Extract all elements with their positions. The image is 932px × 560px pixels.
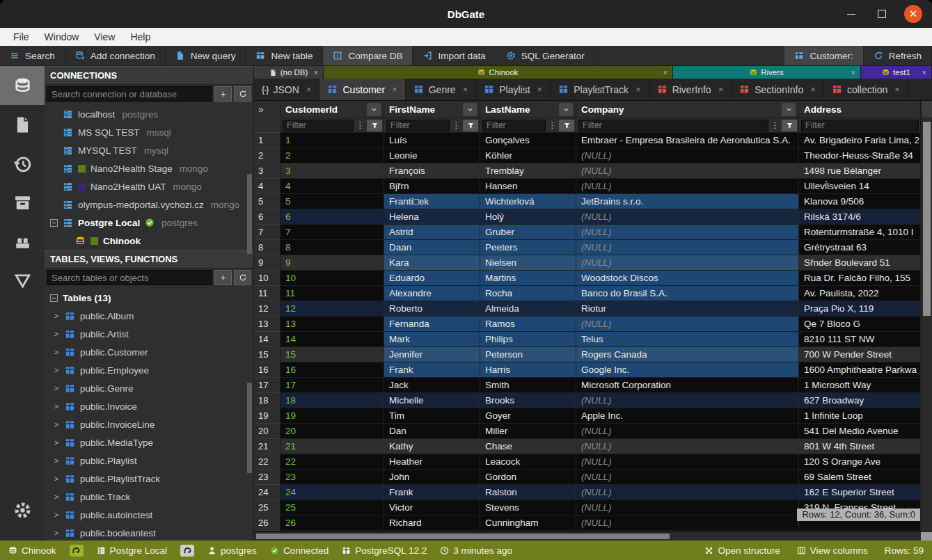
grid-corner[interactable]: » (254, 101, 281, 118)
grid-cell[interactable]: 120 S Orange Ave (799, 454, 921, 470)
grid-cell[interactable]: 15 (281, 347, 384, 362)
table-item[interactable]: > public.autoinctest (45, 506, 253, 524)
grid-cell[interactable]: Helena (384, 209, 480, 225)
toolbar-button-import-data[interactable]: Import data (413, 46, 496, 65)
table-item[interactable]: > public.Genre (45, 379, 253, 397)
grid-cell[interactable]: Wichterlová (480, 194, 576, 209)
grid-cell[interactable]: 22 (281, 454, 384, 470)
row-number-cell[interactable]: 10 (254, 271, 281, 286)
status-item-open-structure[interactable]: Open structure (704, 545, 780, 556)
toolbar-button-refresh[interactable]: Refresh (864, 46, 932, 65)
row-number-cell[interactable]: 4 (254, 179, 281, 194)
grid-cell[interactable]: 23 (281, 470, 384, 485)
table-item[interactable]: > public.Employee (45, 361, 253, 379)
grid-cell[interactable]: 26 (281, 515, 384, 531)
grid-cell[interactable]: Roberto (384, 301, 480, 317)
grid-cell[interactable]: Franti□ek (384, 194, 480, 209)
grid-cell[interactable]: (NULL) (576, 148, 799, 163)
toolbar-button-search[interactable]: Search (0, 46, 65, 65)
connection-item[interactable]: Postgre Localpostgres (45, 214, 253, 232)
db-tab-test1[interactable]: test1 × (861, 66, 932, 79)
filter-input-customerid[interactable] (283, 120, 354, 131)
grid-cell[interactable]: Woodstock Discos (576, 271, 799, 286)
grid-cell[interactable]: Astrid (384, 225, 480, 240)
tables-search-input[interactable] (47, 270, 212, 285)
iconbar-nabla-icon[interactable] (0, 261, 45, 300)
grid-cell[interactable]: Kara (384, 255, 480, 271)
kebab-menu-icon[interactable]: ⋮ (355, 120, 365, 130)
grid-cell[interactable]: Av. Paulista, 2022 (799, 286, 921, 301)
grid-cell[interactable]: Harris (480, 362, 576, 378)
grid-cell[interactable]: 9 (281, 255, 384, 271)
grid-cell[interactable]: Sřnder Boulevard 51 (799, 255, 921, 271)
vertical-scrollbar-thumb[interactable] (923, 122, 931, 316)
status-item-view-columns[interactable]: View columns (797, 545, 868, 556)
grid-cell[interactable]: (NULL) (576, 500, 799, 515)
row-number-cell[interactable]: 11 (254, 286, 281, 301)
row-number-cell[interactable]: 20 (254, 424, 281, 439)
tab-sectioninfo[interactable]: SectionInfo× (732, 79, 824, 100)
grid-cell[interactable]: 12 (281, 301, 384, 317)
db-tab-Rivers[interactable]: Rivers × (673, 66, 861, 79)
grid-cell[interactable]: Bjřrn (384, 179, 480, 194)
grid-cell[interactable]: Frank (384, 485, 480, 500)
row-number-cell[interactable]: 23 (254, 470, 281, 485)
toolbar-button-customer-[interactable]: Customer: (784, 46, 863, 65)
collapse-icon[interactable] (50, 219, 58, 227)
collapse-icon[interactable] (50, 294, 58, 302)
grid-cell[interactable]: Tim (384, 408, 480, 424)
grid-cell[interactable]: (NULL) (576, 179, 799, 194)
close-tab-icon[interactable]: × (306, 84, 312, 95)
vertical-scrollbar[interactable] (921, 101, 932, 531)
grid-cell[interactable]: Richard (384, 515, 480, 531)
filter-funnel-button[interactable] (463, 120, 478, 131)
toolbar-button-sql-generator[interactable]: SQL Generator (496, 46, 595, 65)
menu-help[interactable]: Help (123, 28, 158, 46)
tab-playlisttrack[interactable]: PlaylistTrack× (551, 79, 649, 100)
grid-cell[interactable]: Klanova 9/506 (799, 194, 921, 209)
grid-cell[interactable]: Martins (480, 271, 576, 286)
kebab-menu-icon[interactable]: ⋮ (451, 120, 461, 130)
grid-cell[interactable]: 3 (281, 163, 384, 179)
grid-cell[interactable]: Rocha (480, 286, 576, 301)
toolbar-button-add-connection[interactable]: Add connection (65, 46, 166, 65)
column-menu-button[interactable] (559, 103, 573, 116)
grid-cell[interactable]: Peterson (480, 347, 576, 362)
filter-funnel-button[interactable] (559, 120, 574, 131)
row-number-cell[interactable]: 18 (254, 393, 281, 408)
grid-cell[interactable]: Rua Dr. Falcăo Filho, 155 (799, 271, 921, 286)
grid-cell[interactable]: Jennifer (384, 347, 480, 362)
grid-cell[interactable]: Banco do Brasil S.A. (576, 286, 799, 301)
table-item[interactable]: > public.Playlist (45, 451, 253, 470)
grid-cell[interactable]: Rotenturmstraße 4, 1010 I (799, 225, 921, 240)
row-number-cell[interactable]: 5 (254, 194, 281, 209)
add-connection-small-button[interactable]: + (214, 86, 232, 102)
connection-item[interactable]: MS SQL TESTmssql (45, 123, 253, 141)
tables-scrollbar-thumb[interactable] (247, 383, 252, 473)
filter-input-address[interactable] (801, 120, 919, 131)
grid-cell[interactable]: (NULL) (576, 225, 799, 240)
grid-cell[interactable]: Ralston (480, 485, 576, 500)
row-number-cell[interactable]: 24 (254, 485, 281, 500)
table-item[interactable]: > public.Invoice (45, 397, 253, 415)
grid-cell[interactable]: (NULL) (576, 515, 799, 531)
table-item[interactable]: > public.booleantest (45, 524, 253, 541)
grid-cell[interactable]: Ramos (480, 317, 576, 332)
toolbar-button-new-table[interactable]: New table (246, 46, 323, 65)
grid-cell[interactable]: Heather (384, 454, 480, 470)
grid-cell[interactable]: 13 (281, 317, 384, 332)
grid-cell[interactable]: Miller (480, 424, 576, 439)
grid-cell[interactable]: Almeida (480, 301, 576, 317)
grid-cell[interactable]: Leonie (384, 148, 480, 163)
status-item-rows-59[interactable]: Rows: 59 (885, 545, 924, 556)
row-number-cell[interactable]: 9 (254, 255, 281, 271)
grid-cell[interactable]: Nielsen (480, 255, 576, 271)
filter-input-lastname[interactable] (482, 120, 546, 131)
grid-cell[interactable]: Dan (384, 424, 480, 439)
tab-riverinfo[interactable]: RiverInfo× (649, 79, 732, 100)
grid-cell[interactable]: 14 (281, 332, 384, 347)
grid-cell[interactable]: Rilská 3174/6 (799, 209, 921, 225)
menu-file[interactable]: File (6, 28, 37, 46)
grid-cell[interactable]: Tremblay (480, 163, 576, 179)
grid-cell[interactable]: 1498 rue Bélanger (799, 163, 921, 179)
